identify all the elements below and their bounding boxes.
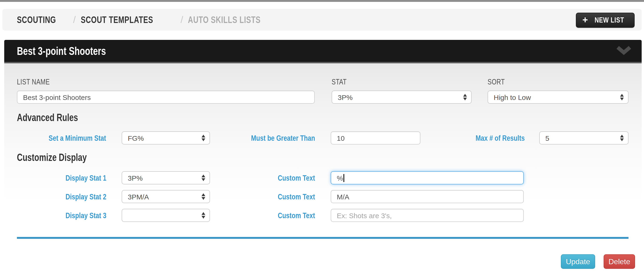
max-results-label: Max # of Results <box>431 134 525 143</box>
display-stat-3-select[interactable] <box>122 209 210 222</box>
breadcrumb-scout-templates[interactable]: SCOUT TEMPLATES <box>80 14 153 25</box>
select-arrows-icon <box>620 135 624 141</box>
customize-display-heading: Customize Display <box>17 152 109 164</box>
panel-title: Best 3-point Shooters <box>17 40 134 62</box>
breadcrumb-auto-skills-lists: AUTO SKILLS LISTS <box>188 14 261 25</box>
select-arrows-icon <box>202 135 205 141</box>
sort-label: SORT <box>488 77 510 87</box>
list-panel-header: Best 3-point Shooters <box>4 40 642 63</box>
max-results-select-value: 5 <box>545 134 549 142</box>
chevron-down-icon <box>616 46 631 56</box>
new-list-button-label: NEW LIST <box>594 16 624 24</box>
max-results-select[interactable]: 5 <box>539 131 628 145</box>
breadcrumb-scouting[interactable]: SCOUTING <box>17 14 56 25</box>
list-panel-body: LIST NAME STAT 3P% SORT High to Low Adva… <box>4 63 642 274</box>
display-stat-2-select[interactable]: 3PM/A <box>122 190 210 203</box>
select-arrows-icon <box>463 94 467 100</box>
advanced-rules-heading: Advanced Rules <box>17 112 97 124</box>
custom-text-2-label: Custom Text <box>221 192 315 202</box>
custom-text-1-input[interactable] <box>331 171 524 184</box>
custom-text-2-input[interactable] <box>331 190 524 203</box>
page: SCOUTING / SCOUT TEMPLATES / AUTO SKILLS… <box>0 0 644 274</box>
display-stat-2-select-value: 3PM/A <box>128 193 149 201</box>
update-button[interactable]: Update <box>561 254 595 269</box>
display-stat-1-label: Display Stat 1 <box>12 174 106 183</box>
list-name-input[interactable] <box>17 91 315 104</box>
custom-text-3-label: Custom Text <box>221 211 315 221</box>
select-arrows-icon <box>620 94 624 100</box>
display-stat-3-label: Display Stat 3 <box>12 211 106 221</box>
update-button-label: Update <box>566 257 590 266</box>
min-stat-select-value: FG% <box>128 134 144 142</box>
custom-text-1-label: Custom Text <box>221 174 315 183</box>
stat-select[interactable]: 3P% <box>332 91 472 104</box>
list-name-label: LIST NAME <box>17 77 60 87</box>
greater-than-input[interactable] <box>331 131 420 145</box>
select-arrows-icon <box>202 175 205 181</box>
sort-select[interactable]: High to Low <box>488 91 628 104</box>
delete-button-label: Delete <box>608 257 630 266</box>
plus-icon: + <box>582 15 588 24</box>
display-stat-1-select[interactable]: 3P% <box>122 171 210 184</box>
breadcrumb-separator: / <box>73 14 76 25</box>
stat-label: STAT <box>332 77 351 87</box>
breadcrumb-separator: / <box>180 14 184 25</box>
select-arrows-icon <box>202 193 205 200</box>
display-stat-1-select-value: 3P% <box>128 174 142 182</box>
display-stat-2-label: Display Stat 2 <box>12 192 106 202</box>
text-cursor <box>343 174 344 182</box>
stat-select-value: 3P% <box>338 93 352 101</box>
select-arrows-icon <box>202 212 205 219</box>
min-stat-select[interactable]: FG% <box>122 131 210 145</box>
custom-text-3-input[interactable] <box>331 209 524 222</box>
breadcrumb-bar: SCOUTING / SCOUT TEMPLATES / AUTO SKILLS… <box>2 9 642 30</box>
collapse-panel-button[interactable] <box>616 46 631 56</box>
min-stat-label: Set a Minimum Stat <box>12 134 106 143</box>
greater-than-label: Must be Greater Than <box>221 134 315 143</box>
page-top-border <box>0 0 644 2</box>
section-divider <box>17 237 628 239</box>
new-list-button[interactable]: + NEW LIST <box>576 13 634 28</box>
sort-select-value: High to Low <box>494 93 531 101</box>
breadcrumb: SCOUTING / SCOUT TEMPLATES / AUTO SKILLS… <box>17 9 284 30</box>
delete-button[interactable]: Delete <box>604 254 635 269</box>
